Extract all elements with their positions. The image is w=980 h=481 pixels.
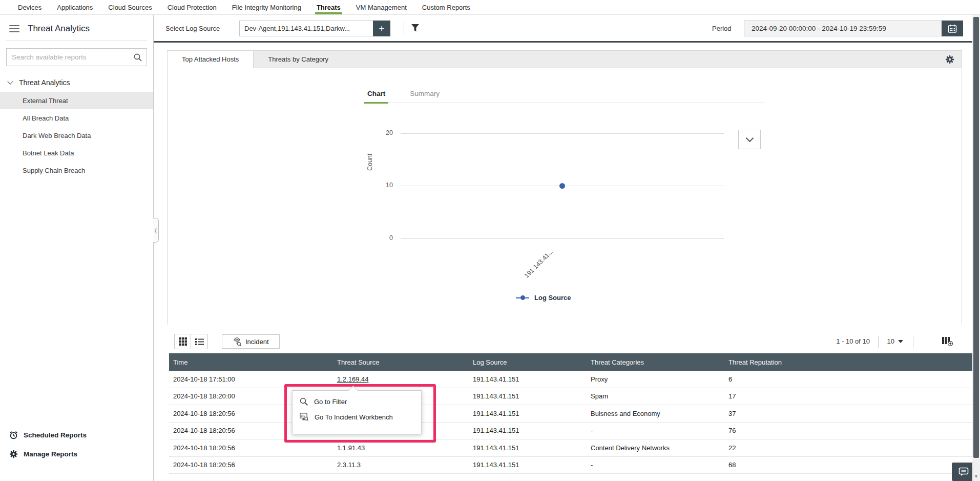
nav-item-cloud-protection[interactable]: Cloud Protection [160,0,224,14]
cell-log-source: 191.143.41.151 [473,444,591,452]
pagination-info: 1 - 10 of 10 [836,337,870,345]
cell-time: 2024-10-18 18:20:56 [173,444,337,452]
sidebar-item-external-threat[interactable]: External Threat [0,92,153,109]
cell-time: 2024-10-18 18:20:56 [173,461,337,469]
toolbar-divider [404,22,404,35]
nav-item-applications[interactable]: Applications [49,0,100,14]
chart-view-tabs: Chart Summary [364,90,765,103]
nav-item-threats[interactable]: Threats [309,0,348,14]
nav-item-cloud-sources[interactable]: Cloud Sources [100,0,159,14]
report-tab-bar: Top Attacked Hosts Threats by Category [168,51,962,68]
grid-view-icon [179,337,187,346]
cell-reputation: 17 [728,392,972,400]
table-row[interactable]: 2024-10-18 18:20:56 1.1.91.43 191.143.41… [169,439,972,457]
y-axis-label: Count [366,154,373,171]
table-row[interactable]: 2024-10-18 18:20:00 191.143.41.151 Spam … [169,388,972,406]
table-body: 2024-10-18 17:51:00 1.2.169.44 191.143.4… [169,371,972,474]
chart-legend[interactable]: Log Source [516,294,571,302]
cell-log-source: 191.143.41.151 [473,392,591,400]
incident-button[interactable]: Incident [222,334,280,349]
table-row[interactable]: 2024-10-18 18:20:56 2.3.11.3 191.143.41.… [169,457,972,474]
workbench-icon [300,413,308,421]
cell-categories: - [591,461,728,469]
threat-source-link[interactable]: 1.2.169.44 [337,375,368,383]
y-tick-20: 20 [372,129,393,136]
grid-view-button[interactable] [174,334,191,349]
tree-root-threat-analytics[interactable]: Threat Analytics [0,70,153,92]
cell-threat-source: 1.1.91.43 [337,444,473,452]
period-value[interactable]: 2024-09-20 00:00:00 - 2024-10-19 23:59:5… [744,21,942,36]
sidebar-collapse-handle[interactable]: ❬ [153,218,159,243]
cell-reputation: 6 [728,375,972,383]
nav-item-vm-management[interactable]: VM Management [348,0,414,14]
sidebar-title: Threat Analytics [28,24,90,34]
cell-reputation: 76 [728,427,972,434]
scheduled-reports-button[interactable]: Scheduled Reports [0,426,153,445]
col-threat-reputation[interactable]: Threat Reputation [728,358,972,366]
manage-reports-button[interactable]: Manage Reports [0,445,153,464]
cell-reputation: 22 [728,444,972,452]
log-source-select[interactable]: Dev-Agent,191.143.41.151,Darkw... [239,21,373,36]
col-time[interactable]: Time [173,358,337,366]
tab-chart[interactable]: Chart [364,90,388,104]
toolbar-divider [878,336,879,348]
nav-item-file-integrity-monitoring[interactable]: File Integrity Monitoring [224,0,309,14]
list-view-button[interactable] [191,334,208,349]
report-card: Top Attacked Hosts Threats by Category C… [167,50,962,325]
tab-top-attacked-hosts[interactable]: Top Attacked Hosts [168,51,254,68]
sidebar: Threat Analytics Threat Analytics Extern… [0,15,154,481]
search-icon[interactable] [134,53,142,62]
gridline-20 [401,133,724,134]
hamburger-menu-icon[interactable] [9,25,19,32]
search-input[interactable] [7,53,134,61]
vertical-scrollbar[interactable]: ▼ [972,15,980,481]
legend-marker-icon [516,295,529,300]
scrollbar-thumb[interactable] [973,17,979,458]
add-log-source-button[interactable]: + [373,21,390,36]
scrollbar-down-arrow[interactable]: ▼ [972,474,980,479]
col-log-source[interactable]: Log Source [473,358,591,366]
manage-reports-label: Manage Reports [24,450,77,458]
cell-threat-source: 2.3.11.3 [337,461,473,469]
threat-source-context-menu: Go to Filter Go To Incident Workbench [292,390,422,434]
nav-item-devices[interactable]: Devices [10,0,49,14]
sidebar-item-supply-chain-breach[interactable]: Supply Chain Breach [0,162,153,179]
tab-threats-by-category[interactable]: Threats by Category [254,51,343,68]
report-settings-gear-icon[interactable] [945,55,954,64]
cell-log-source: 191.143.41.151 [473,427,591,434]
table-row[interactable]: 2024-10-18 17:51:00 1.2.169.44 191.143.4… [169,371,972,388]
scheduled-reports-label: Scheduled Reports [24,431,87,439]
incident-button-label: Incident [245,338,269,346]
cell-log-source: 191.143.41.151 [473,375,591,383]
sidebar-item-all-breach-data[interactable]: All Breach Data [0,109,153,127]
table-row[interactable]: 2024-10-18 18:20:56 191.143.41.151 Buisn… [169,405,972,423]
cell-categories: - [591,427,728,434]
tree-root-label: Threat Analytics [19,78,70,87]
collapse-chart-button[interactable] [738,130,761,149]
col-threat-source[interactable]: Threat Source [337,358,473,366]
cell-reputation: 37 [728,410,972,417]
tab-summary[interactable]: Summary [407,90,443,103]
cell-log-source: 191.143.41.151 [473,410,591,417]
sidebar-item-dark-web-breach-data[interactable]: Dark Web Breach Data [0,127,153,144]
gear-icon [9,450,18,458]
list-view-icon [195,338,204,346]
menu-item-go-to-filter[interactable]: Go to Filter [300,397,421,406]
log-source-label: Select Log Source [165,25,220,32]
top-nav: Devices Applications Cloud Sources Cloud… [0,0,980,15]
report-search-box [6,48,147,66]
nav-item-custom-reports[interactable]: Custom Reports [414,0,478,14]
data-point-log-source[interactable] [559,183,565,189]
sidebar-item-botnet-leak-data[interactable]: Botnet Leak Data [0,144,153,162]
cell-categories: Proxy [591,375,728,383]
chevron-down-icon [745,134,754,143]
add-column-icon[interactable] [942,336,953,346]
col-threat-categories[interactable]: Threat Categories [591,358,728,366]
calendar-button[interactable] [942,21,963,36]
menu-item-go-to-incident-workbench[interactable]: Go To Incident Workbench [300,413,421,421]
filter-toolbar: Select Log Source Dev-Agent,191.143.41.1… [154,15,972,42]
page-size-dropdown[interactable]: 10 [887,337,903,345]
period-picker[interactable]: 2024-09-20 00:00:00 - 2024-10-19 23:59:5… [744,21,963,36]
table-row[interactable]: 2024-10-18 18:20:56 191.143.41.151 - 76 [169,423,972,440]
filter-funnel-icon[interactable] [411,24,420,32]
